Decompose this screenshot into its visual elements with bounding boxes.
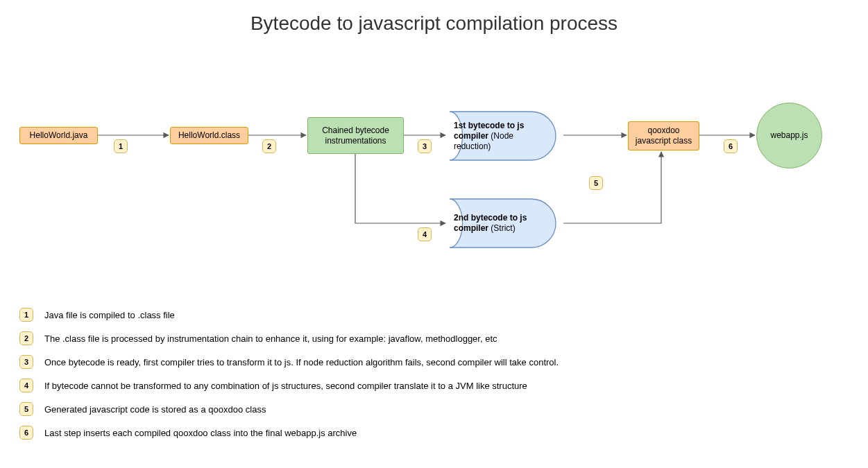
node-compiler-1: 1st bytecode to js compiler (Node reduct…	[441, 111, 562, 161]
step-badge-4: 4	[418, 227, 432, 241]
node-compiler-2: 2nd bytecode to js compiler (Strict)	[441, 198, 562, 248]
legend-badge-2: 2	[19, 331, 33, 345]
step-badge-5: 5	[589, 176, 603, 190]
legend-badge-4: 4	[19, 379, 33, 392]
step-badge-6: 6	[724, 139, 738, 153]
legend-row-5: 5 Generated javascript code is stored as…	[19, 402, 644, 416]
step-badge-2: 2	[262, 139, 276, 153]
legend-text-6: Last step inserts each compiled qooxdoo …	[44, 428, 357, 438]
legend-row-3: 3 Once bytecode is ready, first compiler…	[19, 355, 644, 369]
legend-row-4: 4 If bytecode cannot be transformed to a…	[19, 379, 644, 392]
legend-row-1: 1 Java file is compiled to .class file	[19, 308, 644, 322]
edge-4	[355, 154, 445, 223]
legend-text-2: The .class file is processed by instrume…	[44, 333, 497, 344]
legend-text-1: Java file is compiled to .class file	[44, 310, 175, 320]
compiler-1-label: 1st bytecode to js compiler (Node reduct…	[454, 111, 543, 161]
step-badge-1: 1	[114, 139, 128, 153]
node-java-file: HelloWorld.java	[19, 127, 98, 144]
step-badge-3: 3	[418, 139, 432, 153]
legend-text-5: Generated javascript code is stored as a…	[44, 404, 266, 415]
legend-badge-5: 5	[19, 402, 33, 416]
legend-badge-1: 1	[19, 308, 33, 322]
legend-badge-6: 6	[19, 426, 33, 440]
legend-text-4: If bytecode cannot be transformed to any…	[44, 381, 527, 391]
node-qooxdoo-class: qooxdoo javascript class	[628, 121, 699, 150]
legend-row-6: 6 Last step inserts each compiled qooxdo…	[19, 426, 644, 440]
diagram-title: Bytecode to javascript compilation proce…	[0, 12, 868, 35]
legend-row-2: 2 The .class file is processed by instru…	[19, 331, 644, 345]
node-class-file: HelloWorld.class	[170, 127, 248, 144]
edge-5	[563, 152, 661, 223]
legend-text-3: Once bytecode is ready, first compiler t…	[44, 357, 559, 367]
legend-badge-3: 3	[19, 355, 33, 369]
node-instrumentations: Chained bytecode instrumentations	[307, 117, 404, 154]
node-webapp-js: webapp.js	[756, 103, 822, 168]
compiler-2-label: 2nd bytecode to js compiler (Strict)	[454, 198, 543, 248]
diagram-canvas: Bytecode to javascript compilation proce…	[0, 0, 868, 468]
legend: 1 Java file is compiled to .class file 2…	[19, 308, 644, 449]
